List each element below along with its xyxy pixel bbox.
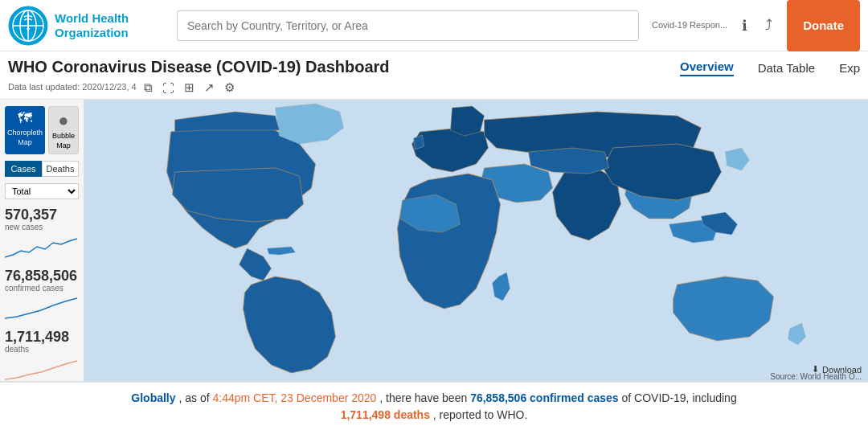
footer-of-covid: of COVID-19, including: [621, 391, 736, 404]
bubble-icon: ●: [51, 110, 76, 131]
footer-globally: Globally: [131, 391, 175, 404]
confirmed-cases-chart: [5, 296, 77, 320]
bubble-label: Bubble Map: [52, 132, 75, 150]
case-toggle: Cases Deaths: [5, 161, 79, 177]
header-meta: Covid-19 Respon...: [652, 19, 727, 31]
info-button[interactable]: ℹ: [739, 14, 751, 38]
confirmed-cases-label: confirmed cases: [5, 284, 79, 293]
toolbar-icons: ⧉ ⛶ ⊞ ↗ ⚙: [141, 80, 237, 96]
fullscreen-icon-btn[interactable]: ⛶: [160, 80, 177, 96]
confirmed-cases-number: 76,858,506: [5, 268, 79, 283]
left-panel: 🗺 Choropleth Map ● Bubble Map Cases Deat…: [0, 100, 84, 381]
export-icon-btn[interactable]: ↗: [202, 80, 217, 96]
tab-explore[interactable]: Exp: [839, 59, 860, 76]
logo-area: World Health Organization: [8, 6, 177, 46]
confirmed-cases-stat: 76,858,506 confirmed cases: [5, 268, 79, 323]
org-name: World Health Organization: [55, 11, 129, 40]
page-title: WHO Coronavirus Disease (COVID-19) Dashb…: [8, 58, 390, 76]
map-type-selector: 🗺 Choropleth Map ● Bubble Map: [5, 106, 79, 154]
footer-text: Globally , as of 4:44pm CET, 23 December…: [131, 390, 736, 424]
settings-icon-btn[interactable]: ⚙: [222, 80, 237, 96]
nav-tabs: Overview Data Table Exp: [680, 58, 860, 80]
deaths-number: 1,711,498: [5, 330, 79, 344]
sub-header: WHO Coronavirus Disease (COVID-19) Dashb…: [0, 51, 868, 100]
footer-there-have-been: , there have been: [379, 391, 470, 404]
main-content: 🗺 Choropleth Map ● Bubble Map Cases Deat…: [0, 100, 868, 381]
data-updated-row: Data last updated: 2020/12/23, 4 ⧉ ⛶ ⊞ ↗…: [8, 78, 390, 96]
new-cases-stat: 570,357 new cases: [5, 207, 79, 262]
choropleth-label: Choropleth Map: [7, 129, 43, 146]
map-area: ⬇ Download Source: World Health O...: [84, 100, 868, 381]
footer-confirmed-cases: 76,858,506 confirmed cases: [470, 391, 618, 404]
new-cases-chart: [5, 235, 77, 259]
total-dropdown[interactable]: Total: [5, 183, 79, 199]
who-logo-icon: [8, 6, 48, 46]
choropleth-icon: 🗺: [7, 110, 43, 128]
grid-icon-btn[interactable]: ⊞: [182, 80, 197, 96]
tab-data-table[interactable]: Data Table: [758, 59, 815, 76]
footer-bar: Globally , as of 4:44pm CET, 23 December…: [0, 381, 868, 426]
deaths-stat: 1,711,498 deaths: [5, 330, 79, 384]
bubble-map-btn[interactable]: ● Bubble Map: [48, 106, 79, 154]
deaths-chart: [5, 357, 77, 381]
title-area: WHO Coronavirus Disease (COVID-19) Dashb…: [8, 58, 390, 96]
share-button[interactable]: ⤴: [762, 14, 776, 37]
donate-button[interactable]: Donate: [787, 0, 860, 51]
copy-icon-btn[interactable]: ⧉: [141, 80, 155, 96]
new-cases-number: 570,357: [5, 207, 79, 222]
footer-as-of: , as of: [178, 391, 212, 404]
tab-overview[interactable]: Overview: [680, 58, 734, 76]
search-input[interactable]: [177, 10, 639, 41]
footer-date: 4:44pm CET, 23 December 2020: [212, 391, 376, 404]
footer-reported: , reported to WHO.: [433, 408, 527, 421]
new-cases-label: new cases: [5, 223, 79, 231]
cases-toggle-btn[interactable]: Cases: [5, 161, 42, 177]
map-source: Source: World Health O...: [770, 372, 862, 381]
choropleth-map-btn[interactable]: 🗺 Choropleth Map: [5, 106, 45, 154]
header: World Health Organization Covid-19 Respo…: [0, 0, 868, 51]
data-updated-text: Data last updated: 2020/12/23, 4: [8, 82, 137, 92]
world-map-svg: [84, 100, 868, 381]
header-right: Covid-19 Respon... ℹ ⤴ Donate: [652, 0, 860, 51]
deaths-label: deaths: [5, 345, 79, 354]
deaths-toggle-btn[interactable]: Deaths: [42, 161, 79, 177]
footer-deaths: 1,711,498 deaths: [341, 408, 430, 421]
